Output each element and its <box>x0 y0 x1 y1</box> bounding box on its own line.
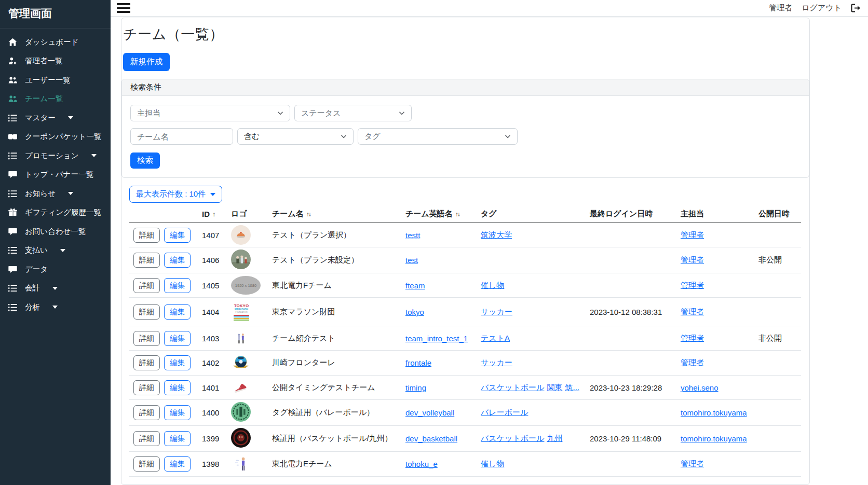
sidebar-item[interactable]: データ <box>0 260 111 279</box>
owner-link[interactable]: 管理者 <box>681 334 704 342</box>
owner-link[interactable]: tomohiro.tokuyama <box>681 434 747 443</box>
sidebar-item[interactable]: ダッシュボード <box>0 33 111 52</box>
team-en-link[interactable]: tohoku_e <box>405 460 438 468</box>
detail-button[interactable]: 詳細 <box>133 331 160 346</box>
edit-button[interactable]: 編集 <box>164 253 191 268</box>
logout-icon[interactable] <box>851 4 861 12</box>
sidebar-item[interactable]: プロモーション <box>0 146 111 165</box>
column-header: チーム名↑↓ <box>272 209 405 219</box>
create-button[interactable]: 新規作成 <box>123 53 170 71</box>
search-panel-title: 検索条件 <box>122 79 809 96</box>
owner-cell: 管理者 <box>681 356 758 370</box>
edit-button[interactable]: 編集 <box>164 405 191 420</box>
detail-button[interactable]: 詳細 <box>133 278 160 293</box>
detail-button[interactable]: 詳細 <box>133 355 160 370</box>
tag-link[interactable]: 催し物 <box>481 459 504 468</box>
logout-link[interactable]: ログアウト <box>802 3 842 13</box>
team-logo: TOKYOMARATHONFOUNDATION <box>231 298 272 326</box>
tag-link[interactable]: 九州 <box>547 434 562 442</box>
edit-button[interactable]: 編集 <box>164 331 191 346</box>
sidebar-item[interactable]: 分析 <box>0 298 111 317</box>
tag-link[interactable]: バレーボール <box>481 408 528 417</box>
owner-select[interactable]: 主担当 <box>130 105 290 121</box>
owner-link[interactable]: tomohiro.tokuyama <box>681 408 747 417</box>
owner-link[interactable]: 管理者 <box>681 255 704 264</box>
team-name: 検証用（バスケットボール/九州） <box>272 432 405 446</box>
tag-link[interactable]: バスケットボール <box>481 383 544 392</box>
tag-link[interactable]: 催し物 <box>481 281 504 289</box>
publish-status <box>758 385 801 390</box>
sort-asc-icon[interactable]: ↑ <box>212 210 216 218</box>
detail-button[interactable]: 詳細 <box>133 456 160 472</box>
team-en-link[interactable]: testt <box>405 231 420 240</box>
tag-select-value: タグ <box>364 132 381 142</box>
team-en-link[interactable]: tokyo <box>405 308 424 316</box>
owner-link[interactable]: 管理者 <box>681 281 704 289</box>
page-title: チーム（一覧） <box>123 25 809 44</box>
team-en-link[interactable]: test <box>405 256 418 265</box>
edit-button[interactable]: 編集 <box>164 228 191 243</box>
sort-icon[interactable]: ↑↓ <box>306 211 311 218</box>
sidebar-item[interactable]: クーポンパケット一覧 <box>0 128 111 147</box>
team-name-input[interactable] <box>130 128 233 145</box>
team-en-link[interactable]: dev_basketball <box>405 434 457 443</box>
owner-link[interactable]: yohei.seno <box>681 383 718 392</box>
owner-link[interactable]: 管理者 <box>681 230 704 239</box>
team-en-link[interactable]: fteam <box>405 281 425 290</box>
sidebar-item[interactable]: ギフティング履歴一覧 <box>0 203 111 223</box>
edit-button[interactable]: 編集 <box>164 431 191 446</box>
hamburger-menu-button[interactable] <box>117 2 130 14</box>
column-header-label: 最終ログイン日時 <box>590 209 653 219</box>
edit-button[interactable]: 編集 <box>164 278 191 293</box>
topbar-right: 管理者 ログアウト <box>769 3 861 13</box>
tag-link[interactable]: 筑波大学 <box>481 230 512 239</box>
edit-button[interactable]: 編集 <box>164 456 191 472</box>
team-en-link[interactable]: frontale <box>405 358 431 367</box>
edit-button[interactable]: 編集 <box>164 380 191 395</box>
detail-button[interactable]: 詳細 <box>133 253 160 268</box>
edit-button[interactable]: 編集 <box>164 355 191 370</box>
page-size-button[interactable]: 最大表示件数 : 10件 <box>129 186 222 203</box>
comment-icon <box>8 227 19 235</box>
sidebar-item[interactable]: お知らせ <box>0 184 111 203</box>
team-en-link[interactable]: team_intro_test_1 <box>405 334 468 343</box>
sidebar-item[interactable]: ユーザー一覧 <box>0 71 111 90</box>
tag-link[interactable]: テストA <box>481 334 510 342</box>
detail-button[interactable]: 詳細 <box>133 304 160 320</box>
status-select[interactable]: ステータス <box>294 105 412 121</box>
tag-link[interactable]: 筑... <box>565 383 579 392</box>
owner-link[interactable]: 管理者 <box>681 307 704 316</box>
tag-link[interactable]: バスケットボール <box>481 434 544 442</box>
tag-select[interactable]: タグ <box>358 128 518 145</box>
match-type-select[interactable]: 含む <box>237 128 354 145</box>
sidebar-item[interactable]: 管理者一覧 <box>0 52 111 71</box>
detail-button[interactable]: 詳細 <box>133 228 160 243</box>
sidebar-item-label: 会計 <box>25 283 40 293</box>
team-en-cell: timing <box>405 381 481 394</box>
sidebar-item[interactable]: マスター <box>0 108 111 128</box>
sidebar-item[interactable]: お問い合わせ一覧 <box>0 222 111 241</box>
detail-button[interactable]: 詳細 <box>133 431 160 446</box>
sidebar-item[interactable]: トップ・バナー一覧 <box>0 165 111 185</box>
sort-icon[interactable]: ↑↓ <box>455 211 460 218</box>
team-en-link[interactable]: timing <box>405 383 426 392</box>
sidebar-item[interactable]: チーム一覧 <box>0 90 111 109</box>
sidebar-item[interactable]: 会計 <box>0 279 111 298</box>
team-logo: 1920 x 1080 <box>231 274 272 297</box>
tag-link[interactable]: サッカー <box>481 307 512 316</box>
detail-button[interactable]: 詳細 <box>133 405 160 420</box>
last-login <box>590 361 681 365</box>
owner-link[interactable]: 管理者 <box>681 358 704 367</box>
column-header: 公開日時 <box>758 209 801 219</box>
edit-button[interactable]: 編集 <box>164 304 191 320</box>
team-en-link[interactable]: dev_volleyball <box>405 408 454 417</box>
owner-link[interactable]: 管理者 <box>681 459 704 468</box>
detail-button[interactable]: 詳細 <box>133 380 160 395</box>
tag-link[interactable]: 関東 <box>547 383 562 392</box>
tag-link[interactable]: サッカー <box>481 358 512 367</box>
sidebar-item[interactable]: 支払い <box>0 241 111 260</box>
team-name: 川崎フロンターレ <box>272 356 405 370</box>
team-id: 1407 <box>202 229 231 242</box>
search-button[interactable]: 検索 <box>130 153 160 169</box>
topbar: 管理者 ログアウト <box>111 0 868 17</box>
